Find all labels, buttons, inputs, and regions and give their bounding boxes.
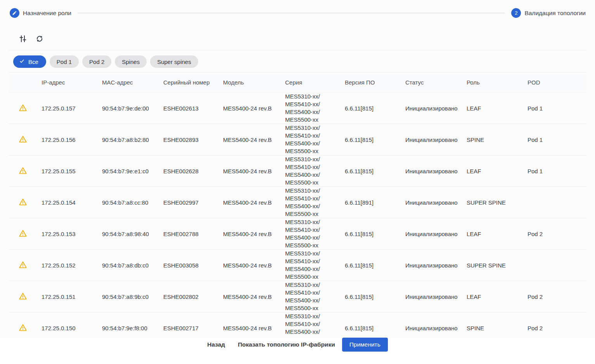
- apply-button[interactable]: Применить: [342, 338, 388, 352]
- cell-pod: [528, 187, 586, 218]
- cell-version: 6.6.11[891]: [345, 187, 405, 218]
- cell-serial: ESHE002613: [163, 93, 223, 124]
- warning-icon[interactable]: [18, 135, 28, 144]
- series-line: MES5400-xx/: [285, 234, 342, 242]
- back-button[interactable]: Назад: [207, 341, 225, 348]
- cell-model: MES5400-24 rev.B: [223, 218, 285, 250]
- filter-chip[interactable]: Pod 2: [82, 55, 111, 68]
- cell-ip: 172.25.0.155: [42, 155, 102, 187]
- filter-chip[interactable]: Spines: [115, 55, 147, 68]
- cell-status: Инициализировано: [405, 155, 467, 187]
- warning-icon[interactable]: [18, 229, 28, 238]
- warning-icon[interactable]: [18, 197, 28, 207]
- chip-label: Pod 1: [57, 59, 72, 65]
- series-line: MES5310-xx/: [285, 312, 342, 320]
- series-line: MES5400-xx/: [285, 108, 342, 116]
- cell-version: 6.6.11[815]: [345, 124, 405, 155]
- table-row[interactable]: 172.25.0.152 90:54:b7:a8:db:c0 ESHE00305…: [9, 250, 586, 281]
- chip-label: Super spines: [157, 59, 191, 65]
- series-line: MES5310-xx/: [285, 155, 342, 163]
- table-row[interactable]: 172.25.0.154 90:54:b7:a8:cc:80 ESHE00299…: [9, 187, 586, 218]
- cell-ip: 172.25.0.151: [42, 281, 102, 312]
- filter-chip[interactable]: Pod 1: [50, 55, 79, 68]
- column-header: Статус: [405, 72, 467, 93]
- cell-pod: Pod 1: [528, 93, 586, 124]
- cell-status: Инициализировано: [405, 281, 467, 312]
- cell-role: SPINE: [467, 124, 528, 155]
- column-header: Серия: [285, 72, 345, 93]
- series-line: MES5410-xx/: [285, 226, 342, 234]
- chip-label: Все: [28, 59, 38, 65]
- series-line: MES5410-xx/: [285, 100, 342, 108]
- cell-ip: 172.25.0.152: [42, 250, 102, 281]
- step-label: Назначение роли: [23, 10, 71, 17]
- cell-ip: 172.25.0.154: [42, 187, 102, 218]
- cell-mac: 90:54:b7:a8:b2:80: [102, 124, 163, 155]
- column-settings-button[interactable]: [18, 34, 28, 44]
- cell-model: MES5400-24 rev.B: [223, 281, 285, 312]
- cell-status: Инициализировано: [405, 93, 467, 124]
- table-row[interactable]: 172.25.0.155 90:54:b7:9e:e1:c0 ESHE00262…: [9, 155, 586, 187]
- table-body: 172.25.0.157 90:54:b7:9e:de:00 ESHE00261…: [9, 93, 586, 344]
- filter-chip[interactable]: Все: [13, 55, 46, 68]
- cell-serial: ESHE002628: [163, 155, 223, 187]
- series-line: MES5500-xx: [285, 242, 342, 249]
- cell-role: SUPER SPINE: [467, 187, 528, 218]
- column-header: Серийный номер: [163, 72, 223, 93]
- cell-model: MES5400-24 rev.B: [223, 187, 285, 218]
- topology-validation-page: Назначение роли 2 Валидация топологии: [0, 0, 595, 364]
- cell-model: MES5400-24 rev.B: [223, 250, 285, 281]
- column-header: [9, 72, 42, 93]
- chip-label: Pod 2: [89, 59, 104, 65]
- series-line: MES5310-xx/: [285, 281, 342, 289]
- cell-status: Инициализировано: [405, 124, 467, 155]
- cell-pod: Pod 1: [528, 155, 586, 187]
- show-topology-button[interactable]: Показать топологию IP-фабрики: [238, 341, 335, 348]
- series-line: MES5400-xx/: [285, 328, 342, 336]
- cell-serial: ESHE002893: [163, 124, 223, 155]
- cell-version: 6.6.11[815]: [345, 250, 405, 281]
- table-row[interactable]: 172.25.0.156 90:54:b7:a8:b2:80 ESHE00289…: [9, 124, 586, 155]
- cell-serial: ESHE002997: [163, 187, 223, 218]
- cell-status: Инициализировано: [405, 218, 467, 250]
- cell-series: MES5310-xx/MES5410-xx/MES5400-xx/MES5500…: [285, 218, 345, 250]
- series-line: MES5400-xx/: [285, 265, 342, 273]
- cell-pod: Pod 2: [528, 281, 586, 312]
- cell-series: MES5310-xx/MES5410-xx/MES5400-xx/MES5500…: [285, 155, 345, 187]
- filter-chip[interactable]: Super spines: [150, 55, 198, 68]
- series-line: MES5500-xx: [285, 273, 342, 281]
- table-row[interactable]: 172.25.0.157 90:54:b7:9e:de:00 ESHE00261…: [9, 93, 586, 124]
- step-role-assignment[interactable]: Назначение роли: [10, 8, 71, 18]
- cell-role: SUPER SPINE: [467, 250, 528, 281]
- cell-pod: Pod 2: [528, 218, 586, 250]
- warning-icon[interactable]: [18, 166, 28, 175]
- devices-table: IP-адресMAC-адресСерийный номерМодельСер…: [9, 72, 586, 344]
- series-line: MES5410-xx/: [285, 289, 342, 297]
- check-icon: [19, 58, 25, 65]
- series-line: MES5310-xx/: [285, 93, 342, 100]
- step-topology-validation[interactable]: 2 Валидация топологии: [511, 8, 586, 18]
- table-row[interactable]: 172.25.0.151 90:54:b7:a8:9b:c0 ESHE00280…: [9, 281, 586, 312]
- column-header: Модель: [223, 72, 285, 93]
- cell-mac: 90:54:b7:9e:de:00: [102, 93, 163, 124]
- cell-role: LEAF: [467, 93, 528, 124]
- table-row[interactable]: 172.25.0.153 90:54:b7:a8:98:40 ESHE00278…: [9, 218, 586, 250]
- warning-icon[interactable]: [18, 292, 28, 301]
- warning-icon[interactable]: [18, 323, 28, 332]
- series-line: MES5400-xx/: [285, 140, 342, 147]
- refresh-button[interactable]: [35, 34, 45, 44]
- column-header: Версия ПО: [345, 72, 405, 93]
- series-line: MES5500-xx: [285, 304, 342, 312]
- series-line: MES5410-xx/: [285, 132, 342, 140]
- cell-pod: Pod 1: [528, 124, 586, 155]
- cell-status: Инициализировано: [405, 250, 467, 281]
- cell-role: LEAF: [467, 155, 528, 187]
- cell-version: 6.6.11[815]: [345, 93, 405, 124]
- cell-mac: 90:54:b7:a8:9b:c0: [102, 281, 163, 312]
- edit-icon: [10, 8, 19, 18]
- warning-icon[interactable]: [18, 103, 28, 112]
- series-line: MES5310-xx/: [285, 218, 342, 226]
- stepper-connector: [78, 13, 505, 13]
- warning-icon[interactable]: [18, 260, 28, 269]
- cell-series: MES5310-xx/MES5410-xx/MES5400-xx/MES5500…: [285, 281, 345, 312]
